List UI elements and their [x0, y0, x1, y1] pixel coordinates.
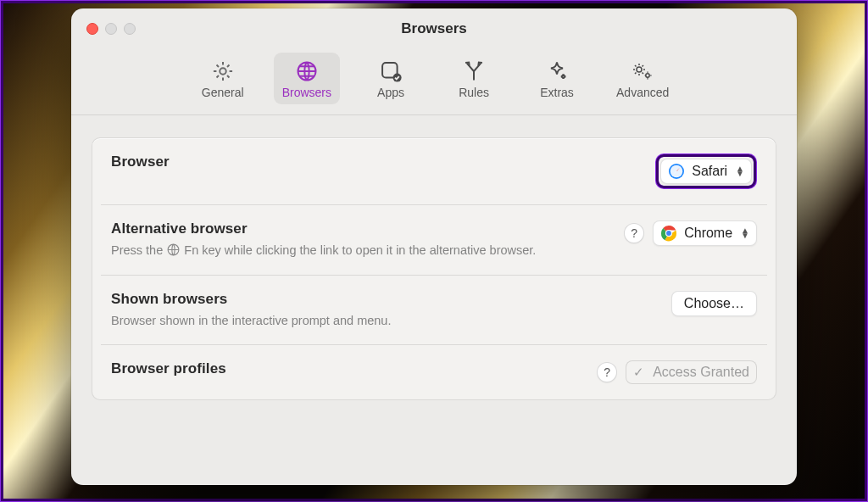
row-hint: Browser shown in the interactive prompt … — [111, 313, 391, 330]
tab-extras[interactable]: Extras — [525, 53, 589, 104]
safari-icon — [668, 163, 685, 180]
preferences-window: Browsers General Browsers — [71, 8, 797, 485]
preferences-toolbar: General Browsers Apps — [71, 49, 797, 115]
sparkle-icon — [545, 59, 569, 83]
status-text: Access Granted — [653, 365, 749, 380]
titlebar: Browsers — [71, 8, 797, 49]
globe-icon — [166, 243, 181, 257]
tab-label: Advanced — [616, 86, 669, 99]
minimize-window-button[interactable] — [105, 23, 117, 35]
tab-advanced[interactable]: Advanced — [608, 53, 677, 104]
row-label: Browser — [111, 153, 170, 170]
svg-point-5 — [646, 74, 649, 77]
tab-label: Rules — [459, 86, 489, 99]
check-icon: ✓ — [633, 365, 644, 380]
updown-icon: ▲▼ — [741, 228, 749, 238]
popup-value: Chrome — [684, 226, 732, 241]
window-controls — [71, 23, 136, 35]
gear-icon — [211, 59, 235, 83]
tab-apps[interactable]: Apps — [359, 53, 423, 104]
content-area: Browser — [71, 115, 797, 400]
row-label: Shown browsers — [111, 291, 391, 308]
tab-rules[interactable]: Rules — [442, 53, 506, 104]
close-window-button[interactable] — [86, 23, 98, 35]
svg-point-4 — [637, 67, 642, 72]
app-badge-icon — [379, 59, 403, 83]
row-default-browser: Browser — [92, 138, 776, 204]
row-label: Alternative browser — [111, 220, 536, 237]
gears-icon — [631, 59, 654, 83]
annotation-highlight: Safari ▲▼ — [655, 153, 757, 189]
tab-label: General — [202, 86, 244, 99]
settings-panel: Browser — [92, 137, 776, 400]
window-title: Browsers — [71, 20, 797, 37]
zoom-window-button[interactable] — [124, 23, 136, 35]
globe-icon — [295, 59, 319, 83]
row-browser-profiles: Browser profiles ? ✓ Access Granted — [92, 345, 776, 399]
split-arrows-icon — [462, 59, 486, 83]
tab-label: Apps — [377, 86, 404, 99]
profiles-access-status: ✓ Access Granted — [626, 360, 757, 384]
row-hint: Press the Fn key while clicking the link… — [111, 243, 536, 259]
row-alternative-browser: Alternative browser Press the Fn key whi… — [92, 205, 776, 275]
help-alternative-browser[interactable]: ? — [624, 223, 644, 243]
alternative-browser-popup[interactable]: Chrome ▲▼ — [653, 220, 757, 246]
tab-browsers[interactable]: Browsers — [274, 53, 340, 104]
popup-value: Safari — [692, 164, 727, 179]
tab-general[interactable]: General — [191, 53, 255, 104]
chrome-icon — [660, 225, 677, 242]
row-label: Browser profiles — [111, 360, 226, 377]
default-browser-popup[interactable]: Safari ▲▼ — [660, 159, 752, 184]
tab-label: Browsers — [282, 86, 331, 99]
choose-shown-browsers-button[interactable]: Choose… — [671, 291, 757, 316]
help-browser-profiles[interactable]: ? — [597, 362, 617, 382]
svg-point-0 — [220, 68, 225, 74]
updown-icon: ▲▼ — [736, 166, 744, 176]
tab-label: Extras — [540, 86, 574, 99]
row-shown-browsers: Shown browsers Browser shown in the inte… — [92, 276, 776, 345]
